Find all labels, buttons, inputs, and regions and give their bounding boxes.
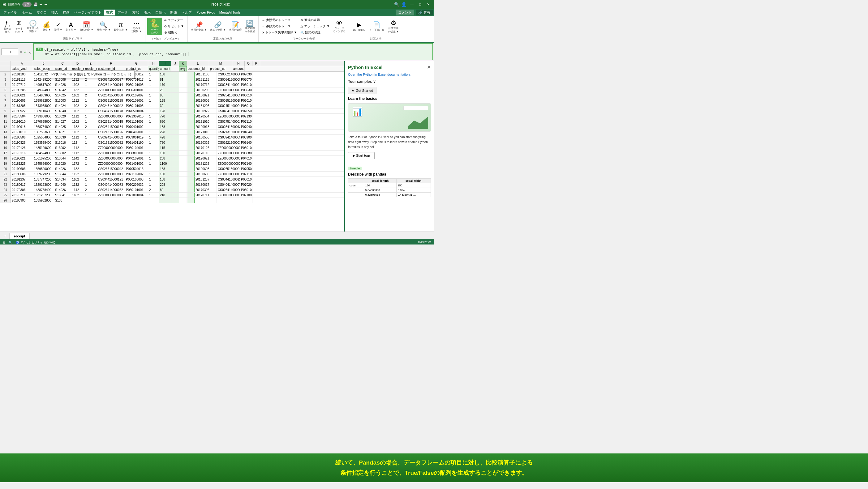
cell-right[interactable]: 20190922 xyxy=(194,108,217,113)
cell[interactable]: 1102 xyxy=(71,103,84,108)
col-header-m[interactable]: M xyxy=(209,61,232,66)
cell[interactable]: 1507593600 xyxy=(33,130,54,134)
sheet-recalculate-btn[interactable]: 📄 シート再計算 xyxy=(368,20,386,33)
cell[interactable]: S13044 xyxy=(54,171,71,176)
name-manager-btn[interactable]: 📝 名前の管理 xyxy=(228,20,243,32)
cell[interactable]: P071101003 xyxy=(125,119,148,124)
menu-automate[interactable]: 自動化 xyxy=(153,9,168,15)
cell[interactable]: 20171010 xyxy=(11,130,33,134)
menu-macro[interactable]: マクロ xyxy=(34,9,49,15)
cell[interactable]: ZZ000000000000 xyxy=(97,145,125,150)
cell[interactable]: 20181103 xyxy=(11,72,33,77)
cell-k-py[interactable] xyxy=(187,77,194,82)
cell-right[interactable]: P040402001 xyxy=(240,130,252,134)
cell-k-py[interactable] xyxy=(187,135,194,140)
cell[interactable]: S14042 xyxy=(54,88,71,92)
cell[interactable]: ZZ000000000000 xyxy=(97,88,125,92)
cell[interactable]: 1493856000 xyxy=(33,114,54,119)
cell[interactable]: 1553558400 xyxy=(33,140,54,145)
cell[interactable]: ZZ000000000000 xyxy=(97,161,125,166)
col-header-a[interactable]: A xyxy=(11,61,33,66)
cell[interactable]: 1 xyxy=(84,177,97,182)
cell-right[interactable]: ZZ000000000000 xyxy=(217,151,240,156)
cell[interactable]: P060101005 xyxy=(125,82,148,87)
cell[interactable]: 20170116 xyxy=(11,151,33,156)
menu-formula[interactable]: 数式 xyxy=(104,9,115,15)
cell[interactable]: P070202032 xyxy=(125,182,148,187)
cell[interactable]: CS025415000134 xyxy=(97,124,125,129)
cell[interactable]: 1182 xyxy=(71,166,84,171)
cell[interactable]: 128 xyxy=(159,108,172,113)
cell-right[interactable]: CS025415000134 xyxy=(217,124,240,129)
cell[interactable]: S136 xyxy=(54,198,71,203)
cell-right[interactable]: 20170116 xyxy=(194,151,217,156)
cell-k-py[interactable] xyxy=(187,193,194,197)
cell-k-py[interactable] xyxy=(187,156,194,161)
cell[interactable]: 1 xyxy=(84,140,97,145)
cell[interactable]: 1 xyxy=(148,82,159,87)
cell[interactable]: 1 xyxy=(84,98,97,103)
cell[interactable]: 1537747200 xyxy=(33,177,54,182)
cell[interactable]: ZZ000000000000 xyxy=(97,171,125,176)
text-btn[interactable]: A 文字列 ▼ xyxy=(64,21,78,32)
cell[interactable]: 1534809600 xyxy=(33,93,54,98)
cell[interactable]: 1535932800 xyxy=(33,198,54,203)
python-reset-btn[interactable]: ⟳リセット ▼ xyxy=(162,24,186,29)
cell[interactable]: S13016 xyxy=(54,140,71,145)
cell[interactable]: 20180617 xyxy=(11,182,33,187)
maximize-btn[interactable]: □ xyxy=(417,2,423,6)
cell-right[interactable]: P071302010 xyxy=(240,114,252,119)
col-header-n[interactable]: N xyxy=(232,61,245,66)
cell[interactable]: 1 xyxy=(84,130,97,134)
cell-right[interactable]: P070504016 xyxy=(240,166,252,171)
cell[interactable]: 138 xyxy=(159,177,172,182)
comment-btn[interactable]: コメント xyxy=(396,9,414,15)
cell[interactable]: 1 xyxy=(148,103,159,108)
formula-content[interactable]: PY df_receipt = xl("A:I", headers=True) … xyxy=(33,43,433,60)
cell[interactable]: 20180903 xyxy=(11,198,33,203)
table-row[interactable]: 6201808211534809600S1402511022CS02541500… xyxy=(0,93,344,98)
menu-help[interactable]: ヘルプ xyxy=(179,9,194,15)
cell-right[interactable]: P060102007 xyxy=(240,93,252,98)
cell[interactable]: 2 xyxy=(148,187,159,192)
cell-k-py[interactable] xyxy=(187,114,194,119)
cell[interactable]: 1 xyxy=(148,130,159,134)
cell[interactable]: 1 xyxy=(148,108,159,113)
cell[interactable]: S14040 xyxy=(54,108,71,113)
recalculate-btn[interactable]: ▶ 再計算実行 xyxy=(351,20,367,33)
cell[interactable] xyxy=(97,198,125,203)
use-in-formula-btn[interactable]: 🔗 数式で使用 ▼ xyxy=(209,20,227,32)
define-name-btn[interactable]: 📌 名前の定義 ▼ xyxy=(190,20,208,32)
redo-icon[interactable]: ↪ xyxy=(44,2,47,6)
cell[interactable]: CS026515000042 xyxy=(97,166,125,171)
cell[interactable]: P071302010 xyxy=(125,114,148,119)
cell-right[interactable]: P071001084 xyxy=(240,193,252,197)
menu-powerpivot[interactable]: Power Pivot xyxy=(194,10,217,15)
cell[interactable]: S14026 xyxy=(54,166,71,171)
table-row[interactable]: 15201903261553558400S130161121CS01621500… xyxy=(0,140,344,145)
cell[interactable]: 2 xyxy=(84,93,97,98)
cell[interactable]: 20181225 xyxy=(11,161,33,166)
cell-right[interactable]: CS040415000178 xyxy=(217,108,240,113)
cell[interactable] xyxy=(172,166,179,171)
cell-right[interactable]: 20181205 xyxy=(194,103,217,108)
cell-k-py[interactable] xyxy=(187,177,194,182)
python-editor-btn[interactable]: ✏エディター xyxy=(162,17,186,23)
cell-right[interactable]: P071102002 xyxy=(240,171,252,176)
python-insert-btn[interactable]: 🐍 Pythonの挿入 xyxy=(147,18,162,35)
show-formulas-btn[interactable]: 👁数式の表示 xyxy=(299,17,331,23)
cell[interactable]: 1 xyxy=(148,119,159,124)
cell[interactable] xyxy=(172,93,179,98)
cell[interactable]: 1 xyxy=(148,166,159,171)
cell[interactable] xyxy=(172,171,179,176)
cell-k-py[interactable] xyxy=(187,130,194,134)
table-row[interactable]: 10201705041493856000S1302011121ZZ0000000… xyxy=(0,114,344,119)
cell-k-py[interactable] xyxy=(187,161,194,166)
cell-right[interactable]: P071101003 xyxy=(240,119,252,124)
cell[interactable]: CS027514000015 xyxy=(97,119,125,124)
table-row[interactable]: 17201701161484524800S1300211121ZZ0000000… xyxy=(0,151,344,156)
cell[interactable]: P050101001 xyxy=(125,187,148,192)
table-row[interactable]: 14201805061525564800S1303911121CS0394140… xyxy=(0,135,344,140)
cell[interactable]: 1543968000 xyxy=(33,103,54,108)
cell[interactable]: 1102 xyxy=(71,119,84,124)
